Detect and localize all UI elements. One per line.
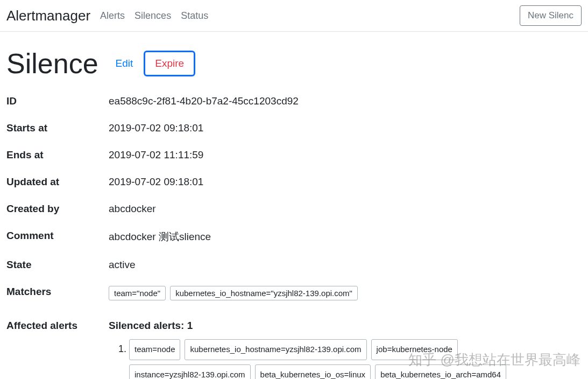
nav-alerts[interactable]: Alerts: [100, 10, 125, 22]
alert-label-badge: beta_kubernetes_io_os=linux: [255, 364, 371, 379]
row-comment: Comment abcdocker 测试slience: [6, 230, 582, 244]
title-row: Silence Edit Expire: [6, 47, 582, 80]
label-ends-at: Ends at: [6, 149, 109, 161]
row-ends-at: Ends at 2019-07-02 11:11:59: [6, 149, 582, 161]
label-comment: Comment: [6, 230, 109, 242]
label-matchers: Matchers: [6, 286, 109, 298]
alert-list: team=nodekubernetes_io_hostname=yzsjhl82…: [109, 339, 582, 379]
value-starts-at: 2019-07-02 09:18:01: [109, 122, 582, 134]
affected-heading: Silenced alerts: 1: [109, 320, 582, 332]
matcher-badge: team="node": [109, 286, 166, 300]
row-matchers: Matchers team="node"kubernetes_io_hostna…: [6, 286, 582, 305]
alert-label-badge: instance=yzsjhl82-139.opi.com: [129, 364, 251, 379]
nav-left: Alertmanager Alerts Silences Status: [6, 8, 208, 24]
matcher-badge: kubernetes_io_hostname="yzsjhl82-139.opi…: [170, 286, 358, 300]
matchers-container: team="node"kubernetes_io_hostname="yzsjh…: [109, 286, 582, 305]
row-created-by: Created by abcdocker: [6, 203, 582, 215]
affected-container: Silenced alerts: 1 team=nodekubernetes_i…: [109, 320, 582, 379]
alert-label-badge: beta_kubernetes_io_arch=amd64: [375, 364, 506, 379]
nav-status[interactable]: Status: [181, 10, 208, 22]
label-state: State: [6, 259, 109, 271]
label-updated-at: Updated at: [6, 176, 109, 188]
nav-silences[interactable]: Silences: [134, 10, 171, 22]
new-silence-button[interactable]: New Silenc: [520, 5, 582, 26]
label-created-by: Created by: [6, 203, 109, 215]
value-updated-at: 2019-07-02 09:18:01: [109, 176, 582, 188]
alert-label-badge: kubernetes_io_hostname=yzsjhl82-139.opi.…: [185, 339, 366, 360]
label-id: ID: [6, 95, 109, 107]
page-title: Silence: [6, 47, 98, 80]
row-updated-at: Updated at 2019-07-02 09:18:01: [6, 176, 582, 188]
row-state: State active: [6, 259, 582, 271]
navbar: Alertmanager Alerts Silences Status New …: [0, 0, 588, 32]
alert-label-badge: job=kubernetes-node: [371, 339, 458, 360]
edit-link[interactable]: Edit: [116, 58, 133, 69]
brand[interactable]: Alertmanager: [6, 8, 90, 24]
label-starts-at: Starts at: [6, 122, 109, 134]
row-affected-alerts: Affected alerts Silenced alerts: 1 team=…: [6, 320, 582, 379]
expire-button[interactable]: Expire: [144, 51, 195, 76]
value-state: active: [109, 259, 582, 271]
value-comment: abcdocker 测试slience: [109, 230, 582, 244]
value-id: ea588c9c-2f81-4b20-b7a2-45cc1203cd92: [109, 95, 582, 107]
content: Silence Edit Expire ID ea588c9c-2f81-4b2…: [0, 32, 588, 379]
row-starts-at: Starts at 2019-07-02 09:18:01: [6, 122, 582, 134]
value-ends-at: 2019-07-02 11:11:59: [109, 149, 582, 161]
row-id: ID ea588c9c-2f81-4b20-b7a2-45cc1203cd92: [6, 95, 582, 107]
alert-label-badge: team=node: [129, 339, 180, 360]
value-created-by: abcdocker: [109, 203, 582, 215]
label-affected-alerts: Affected alerts: [6, 320, 109, 332]
alert-item: team=nodekubernetes_io_hostname=yzsjhl82…: [129, 339, 582, 379]
